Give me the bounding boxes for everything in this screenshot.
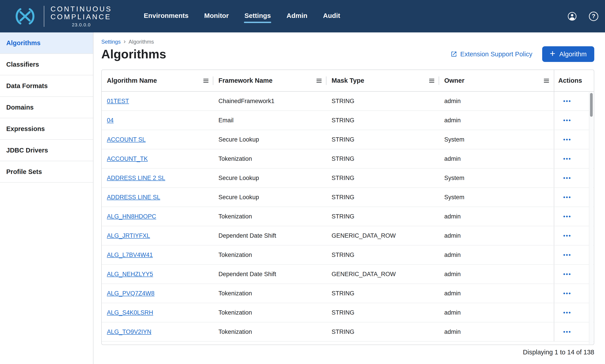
extension-support-policy-link[interactable]: Extension Support Policy bbox=[451, 51, 532, 58]
brand-name-line1: CONTINUOUS bbox=[51, 5, 112, 13]
sidebar-item[interactable]: Profile Sets bbox=[0, 161, 93, 183]
cell-algorithm-name: ALG_PVQ7Z4W8 bbox=[102, 284, 213, 303]
row-actions-button[interactable]: ••• bbox=[563, 175, 571, 181]
cell-mask-type: GENERIC_DATA_ROW bbox=[326, 226, 439, 245]
hamburger-icon bbox=[203, 77, 209, 84]
row-actions-button[interactable]: ••• bbox=[563, 329, 571, 335]
sidebar-item[interactable]: JDBC Drivers bbox=[0, 140, 93, 161]
cell-mask-type: STRING bbox=[326, 188, 439, 207]
column-menu-button[interactable] bbox=[543, 77, 550, 84]
nav-item[interactable]: Settings bbox=[244, 10, 271, 23]
algorithm-name-link[interactable]: ALG_JRTIYFXL bbox=[107, 232, 150, 239]
cell-owner: admin bbox=[439, 111, 554, 130]
cell-algorithm-name: ADDRESS LINE 2 SL bbox=[102, 169, 213, 187]
sidebar-item[interactable]: Expressions bbox=[0, 118, 93, 140]
cell-actions: ••• bbox=[554, 188, 594, 207]
scrollbar-thumb[interactable] bbox=[590, 93, 593, 117]
cell-algorithm-name: 01TEST bbox=[102, 92, 213, 110]
column-menu-button[interactable] bbox=[428, 77, 435, 84]
row-actions-button[interactable]: ••• bbox=[563, 98, 571, 104]
header-mask-type: Mask Type bbox=[326, 70, 439, 91]
cell-actions: ••• bbox=[554, 303, 594, 322]
cell-owner: admin bbox=[439, 149, 554, 168]
cell-actions: ••• bbox=[554, 322, 594, 341]
help-button[interactable]: ? bbox=[589, 12, 598, 21]
policy-link-label: Extension Support Policy bbox=[460, 51, 532, 58]
cell-owner: admin bbox=[439, 284, 554, 303]
header-algorithm-name: Algorithm Name bbox=[102, 70, 213, 91]
cell-mask-type: STRING bbox=[326, 169, 439, 187]
user-account-button[interactable] bbox=[567, 12, 577, 21]
cell-owner: admin bbox=[439, 246, 554, 264]
row-actions-button[interactable]: ••• bbox=[563, 271, 571, 277]
row-actions-button[interactable]: ••• bbox=[563, 156, 571, 162]
add-algorithm-button[interactable]: + Algorithm bbox=[542, 46, 594, 62]
cell-framework-name: ChainedFramework1 bbox=[213, 92, 326, 110]
cell-actions: ••• bbox=[554, 284, 594, 303]
algorithm-name-link[interactable]: ACCOUNT SL bbox=[107, 136, 146, 143]
nav-item[interactable]: Environments bbox=[143, 10, 189, 23]
algorithm-name-link[interactable]: ADDRESS LINE SL bbox=[107, 194, 160, 201]
nav-item[interactable]: Admin bbox=[286, 10, 308, 23]
question-mark-icon: ? bbox=[589, 12, 598, 21]
row-actions-button[interactable]: ••• bbox=[563, 290, 571, 296]
main-nav: EnvironmentsMonitorSettingsAdminAudit bbox=[143, 10, 340, 23]
algorithm-name-link[interactable]: ALG_L7BV4W41 bbox=[107, 251, 153, 259]
algorithm-name-link[interactable]: 04 bbox=[107, 117, 114, 124]
table-row: ALG_S4K0LSRH Tokenization STRING admin •… bbox=[102, 303, 594, 322]
breadcrumb-settings-link[interactable]: Settings bbox=[101, 39, 121, 45]
cell-mask-type: STRING bbox=[326, 111, 439, 130]
delphix-logo-icon[interactable] bbox=[13, 7, 38, 26]
nav-item[interactable]: Audit bbox=[323, 10, 341, 23]
cell-framework-name: Dependent Date Shift bbox=[213, 226, 326, 245]
cell-mask-type: STRING bbox=[326, 130, 439, 149]
table-row: ALG_NEHZLYY5 Dependent Date Shift GENERI… bbox=[102, 265, 594, 284]
cell-algorithm-name: ALG_NEHZLYY5 bbox=[102, 265, 213, 284]
sidebar-item[interactable]: Domains bbox=[0, 97, 93, 118]
algorithm-name-link[interactable]: ALG_NEHZLYY5 bbox=[107, 271, 153, 278]
column-menu-button[interactable] bbox=[316, 77, 322, 84]
row-actions-button[interactable]: ••• bbox=[563, 310, 571, 315]
cell-actions: ••• bbox=[554, 169, 594, 187]
algorithm-name-link[interactable]: ALG_PVQ7Z4W8 bbox=[107, 290, 154, 297]
cell-algorithm-name: ALG_S4K0LSRH bbox=[102, 303, 213, 322]
row-actions-button[interactable]: ••• bbox=[563, 214, 571, 219]
row-actions-button[interactable]: ••• bbox=[563, 117, 571, 123]
algorithm-name-link[interactable]: ALG_HN8HDOPC bbox=[107, 213, 156, 220]
cell-algorithm-name: ACCOUNT SL bbox=[102, 130, 213, 149]
column-menu-button[interactable] bbox=[203, 77, 209, 84]
hamburger-icon bbox=[316, 77, 322, 84]
cell-framework-name: Secure Lookup bbox=[213, 169, 326, 187]
table-row: ALG_JRTIYFXL Dependent Date Shift GENERI… bbox=[102, 226, 594, 246]
cell-framework-name: Secure Lookup bbox=[213, 188, 326, 207]
cell-framework-name: Tokenization bbox=[213, 303, 326, 322]
sidebar-item[interactable]: Data Formats bbox=[0, 75, 93, 97]
row-actions-button[interactable]: ••• bbox=[563, 233, 571, 239]
cell-mask-type: STRING bbox=[326, 303, 439, 322]
row-actions-button[interactable]: ••• bbox=[563, 194, 571, 200]
row-actions-button[interactable]: ••• bbox=[563, 252, 571, 258]
algorithm-name-link[interactable]: ACCOUNT_TK bbox=[107, 156, 148, 162]
sidebar-item[interactable]: Classifiers bbox=[0, 54, 93, 75]
row-actions-button[interactable]: ••• bbox=[563, 137, 571, 143]
table-row: 04 Email STRING admin ••• bbox=[102, 111, 594, 130]
brand-divider bbox=[44, 6, 44, 27]
cell-framework-name: Email bbox=[213, 111, 326, 130]
displaying-count: Displaying 1 to 14 of 138 bbox=[523, 349, 594, 356]
table-scrollbar[interactable] bbox=[589, 92, 593, 344]
algorithm-name-link[interactable]: ADDRESS LINE 2 SL bbox=[107, 175, 165, 182]
cell-actions: ••• bbox=[554, 246, 594, 264]
algorithm-name-link[interactable]: ALG_S4K0LSRH bbox=[107, 309, 153, 316]
sidebar-item[interactable]: Algorithms bbox=[0, 32, 93, 54]
table-row: ACCOUNT_TK Tokenization STRING admin ••• bbox=[102, 149, 594, 169]
table-body: 01TEST ChainedFramework1 STRING admin ••… bbox=[102, 92, 594, 342]
cell-owner: admin bbox=[439, 322, 554, 341]
cell-owner: admin bbox=[439, 207, 554, 226]
cell-framework-name: Dependent Date Shift bbox=[213, 265, 326, 284]
pagination-status: Displaying 1 to 14 of 138 bbox=[101, 349, 594, 356]
algorithm-name-link[interactable]: 01TEST bbox=[107, 98, 129, 105]
cell-owner: admin bbox=[439, 92, 554, 110]
algorithm-name-link[interactable]: ALG_TO9V2IYN bbox=[107, 328, 151, 335]
nav-item[interactable]: Monitor bbox=[204, 10, 229, 23]
title-row: Algorithms Extension Support Policy + Al… bbox=[101, 46, 594, 62]
